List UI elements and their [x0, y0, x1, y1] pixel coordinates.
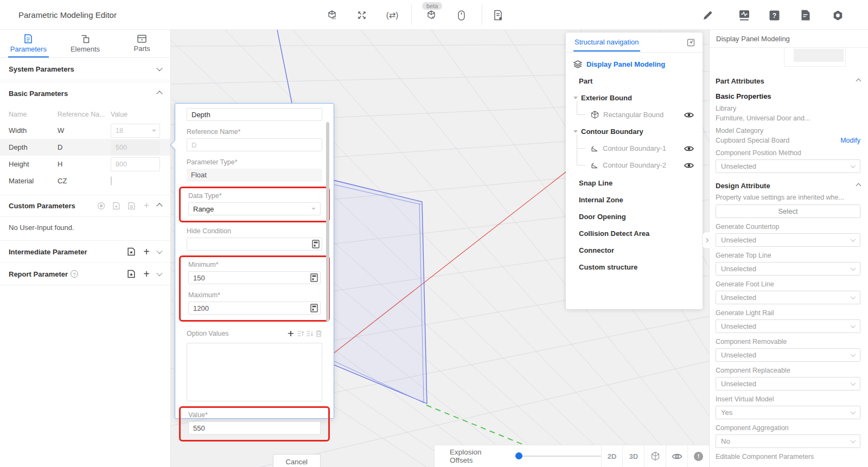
tab-parts[interactable]: Parts [113, 30, 170, 57]
edit-pencil-icon[interactable] [701, 9, 714, 22]
modify-link[interactable]: Modify [840, 137, 860, 144]
tree-item-connector[interactable]: Connector [571, 242, 697, 259]
chevron-down-icon[interactable] [156, 270, 162, 276]
tree-item-door-opening[interactable]: Door Opening [571, 208, 697, 225]
visibility-eye-icon[interactable] [684, 112, 694, 118]
import-star-icon[interactable] [127, 247, 136, 256]
material-swatch[interactable] [111, 176, 112, 185]
question-circle-icon[interactable]: ? [71, 270, 78, 278]
reference-name-input[interactable] [187, 138, 322, 151]
component-position-select[interactable]: Unselected [716, 159, 860, 173]
popout-window-icon[interactable] [687, 39, 695, 47]
document-settings-icon[interactable] [492, 9, 505, 22]
dialog-scrollbar[interactable] [326, 122, 329, 322]
tab-elements[interactable]: Elements [57, 30, 114, 57]
formula-calculator-icon[interactable] [310, 304, 318, 312]
tree-item-custom-structure[interactable]: Custom structure [571, 259, 697, 276]
tree-item-collision-detect-area[interactable]: Collision Detect Area [571, 225, 697, 242]
tree-item-exterior-bound[interactable]: Exterior Bound [571, 89, 697, 106]
import-circle-icon[interactable] [127, 202, 136, 210]
move-down-icon[interactable] [306, 330, 314, 337]
panel-wireframe[interactable] [333, 180, 427, 404]
parameter-name-input[interactable] [187, 108, 322, 121]
add-parameter-icon[interactable]: + [142, 270, 151, 278]
tree-item-snap-line[interactable]: Snap Line [571, 175, 697, 191]
activity-monitor-icon[interactable] [738, 9, 751, 22]
section-title: Report Parameter [9, 270, 68, 278]
tree-item-rectangular-bound[interactable]: Rectangular Bound [571, 106, 697, 123]
add-parameter-icon[interactable]: + [142, 247, 151, 256]
expand-triangle-icon[interactable] [573, 97, 578, 99]
chevron-up-icon[interactable] [156, 203, 162, 209]
help-icon[interactable]: ? [768, 9, 781, 22]
tree-item-part[interactable]: Part [571, 73, 697, 89]
add-parameter-icon[interactable]: + [142, 202, 151, 210]
mouse-icon[interactable] [455, 9, 468, 22]
tree-item-contour-boundary-2[interactable]: Contour Boundary-2 [571, 157, 697, 174]
tree-item-contour-boundary[interactable]: Contour Boundary [571, 123, 697, 140]
add-option-icon[interactable]: + [288, 327, 294, 340]
report-parameter-header[interactable]: Report Parameter ? + [0, 263, 170, 285]
view-3d-button[interactable]: 3D [622, 445, 644, 467]
generate-top-line-select[interactable]: Unselected [716, 262, 860, 276]
svg-text:fx: fx [432, 16, 435, 20]
component-removable-select[interactable]: Unselected [716, 348, 860, 362]
minimum-input[interactable] [188, 271, 321, 284]
cancel-button[interactable]: Cancel [273, 454, 321, 467]
settings-gear-icon[interactable] [831, 9, 844, 22]
swap-icon[interactable]: (⇄) [384, 9, 400, 22]
import-star-icon[interactable] [112, 202, 120, 210]
view-2d-button[interactable]: 2D [601, 445, 623, 467]
component-replaceable-select[interactable]: Unselected [716, 377, 860, 391]
tree-item-root[interactable]: Display Panel Modeling [571, 56, 697, 73]
design-attribute-header[interactable]: Design Attribute [716, 177, 860, 194]
maximum-input[interactable] [188, 302, 321, 315]
tab-parameters[interactable]: Parameters [0, 30, 57, 57]
cube-view-button[interactable] [644, 445, 666, 467]
slider-track[interactable] [514, 456, 601, 457]
generate-light-rail-select[interactable]: Unselected [716, 319, 860, 333]
panel-collapse-button[interactable] [702, 232, 710, 249]
data-type-select[interactable]: Range [188, 202, 321, 215]
inherit-select-button[interactable]: Select [716, 204, 860, 218]
component-cross-icon[interactable] [355, 9, 368, 22]
intermediate-parameter-header[interactable]: Intermediate Parameter + [0, 241, 170, 263]
explosion-offsets-slider[interactable] [514, 456, 601, 457]
structural-nav-tab[interactable]: Structural navigation [573, 33, 640, 52]
delete-trash-icon[interactable] [315, 330, 322, 337]
warning-info-button[interactable]: ! [687, 445, 709, 467]
height-value-input[interactable] [111, 157, 160, 171]
visibility-eye-icon[interactable] [684, 145, 694, 152]
data-type-label: Data Type* [188, 192, 321, 200]
basic-parameters-header[interactable]: Basic Parameters [0, 82, 170, 105]
chevron-down-icon[interactable] [156, 248, 162, 254]
cube-fx-icon[interactable]: fx [425, 9, 438, 22]
data-type-highlight: Data Type* Range [179, 187, 330, 222]
expand-triangle-icon[interactable] [573, 130, 578, 133]
target-circle-icon[interactable] [97, 202, 105, 210]
visibility-eye-button[interactable] [666, 445, 687, 467]
visibility-eye-icon[interactable] [684, 162, 694, 169]
parameters-sidebar: Parameters Elements Parts System Paramet… [0, 30, 171, 467]
insert-virtual-model-select[interactable]: Yes [716, 406, 860, 419]
slider-handle[interactable] [515, 452, 522, 459]
move-up-icon[interactable] [297, 330, 304, 337]
formula-calculator-icon[interactable] [310, 273, 318, 282]
document-icon[interactable] [799, 9, 812, 22]
component-aggregation-select[interactable]: No [716, 434, 860, 448]
generate-foot-line-select[interactable]: Unselected [716, 291, 860, 304]
tree-item-internal-zone[interactable]: Internal Zone [571, 191, 697, 208]
depth-value-input[interactable] [111, 140, 160, 155]
formula-calculator-icon[interactable] [312, 240, 320, 248]
value-input[interactable] [188, 421, 321, 434]
hide-condition-input[interactable] [187, 238, 322, 251]
import-star-icon[interactable] [127, 270, 136, 278]
generate-countertop-select[interactable]: Unselected [716, 233, 860, 247]
system-parameters-header[interactable]: System Parameters [0, 58, 170, 80]
option-values-list[interactable] [187, 343, 322, 401]
cube-grid-icon[interactable] [326, 9, 339, 22]
part-attributes-header[interactable]: Part Attributes [716, 73, 860, 89]
custom-parameters-header[interactable]: Custom Parameters + [0, 195, 170, 217]
chevron-down-icon [851, 265, 856, 271]
tree-item-contour-boundary-1[interactable]: Contour Boundary-1 [571, 140, 697, 157]
